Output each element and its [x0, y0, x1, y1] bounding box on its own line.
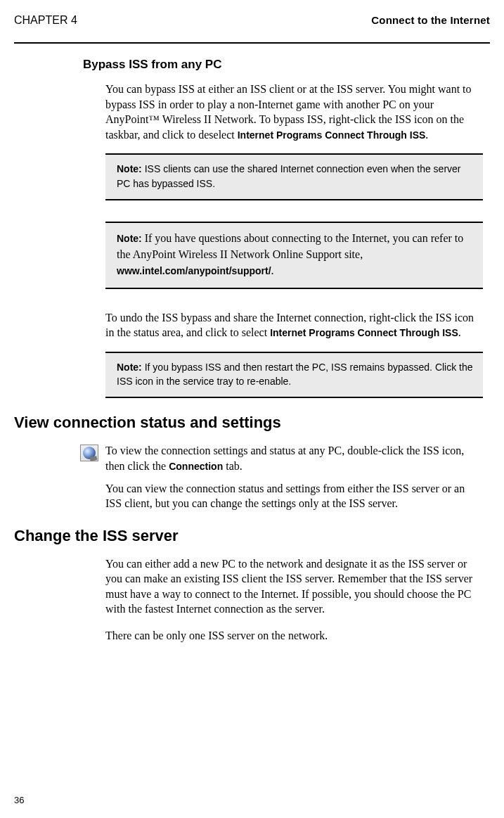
note-text: Note: If you bypass ISS and then restart…: [117, 360, 473, 389]
header-rule: [14, 42, 490, 44]
heading-change-iss: Change the ISS server: [14, 527, 490, 545]
chapter-label: CHAPTER 4: [14, 14, 77, 27]
content-column: You can bypass ISS at either an ISS clie…: [105, 82, 483, 398]
note-box-1: Note: ISS clients can use the shared Int…: [105, 153, 483, 200]
note-label: Note:: [117, 163, 145, 174]
content-column: To view the connection settings and stat…: [105, 443, 483, 511]
note-body-serif: If you have questions about connecting t…: [117, 232, 463, 260]
note-box-3: Note: If you bypass ISS and then restart…: [105, 352, 483, 399]
note-body: If you bypass ISS and then restart the P…: [117, 362, 473, 387]
note-text: Note: If you have questions about connec…: [117, 230, 473, 279]
note-body-bold: www.intel.com/anypoint/support/: [117, 265, 271, 276]
paragraph-view-note: You can view the connection status and s…: [105, 481, 483, 511]
note-label: Note:: [117, 362, 145, 373]
iss-icon-box: [80, 445, 98, 461]
running-header: CHAPTER 4 Connect to the Internet: [14, 14, 490, 27]
note-label: Note:: [117, 233, 145, 244]
note-box-2: Note: If you have questions about connec…: [105, 222, 483, 289]
bold-text: Internet Programs Connect Through ISS: [270, 327, 458, 338]
heading-bypass-iss: Bypass ISS from any PC: [83, 58, 490, 72]
note-text: Note: ISS clients can use the shared Int…: [117, 162, 473, 191]
text: To view the connection settings and stat…: [105, 445, 464, 472]
content-column: You can either add a new PC to the netwo…: [105, 556, 483, 644]
text: tab.: [223, 460, 243, 472]
paragraph-view-intro: To view the connection settings and stat…: [105, 443, 483, 473]
page-number: 36: [14, 795, 24, 805]
paragraph-undo-bypass: To undo the ISS bypass and share the Int…: [105, 310, 483, 340]
iss-icon: [80, 445, 101, 461]
header-title: Connect to the Internet: [371, 14, 490, 26]
note-body-serif: .: [271, 264, 274, 276]
note-body: ISS clients can use the shared Internet …: [117, 163, 461, 188]
bold-text: Connection: [169, 461, 223, 472]
page: CHAPTER 4 Connect to the Internet Bypass…: [0, 0, 504, 818]
paragraph-bypass-intro: You can bypass ISS at either an ISS clie…: [105, 82, 483, 142]
paragraph-change-2: There can be only one ISS server on the …: [105, 628, 483, 644]
bold-text: Internet Programs Connect Through ISS: [238, 129, 426, 141]
text: .: [458, 326, 461, 338]
globe-mouse-icon: [83, 447, 96, 459]
icon-paragraph-row: To view the connection settings and stat…: [105, 443, 483, 480]
heading-view-connection: View connection status and settings: [14, 414, 490, 432]
text: .: [425, 129, 428, 141]
paragraph-change-1: You can either add a new PC to the netwo…: [105, 556, 483, 617]
